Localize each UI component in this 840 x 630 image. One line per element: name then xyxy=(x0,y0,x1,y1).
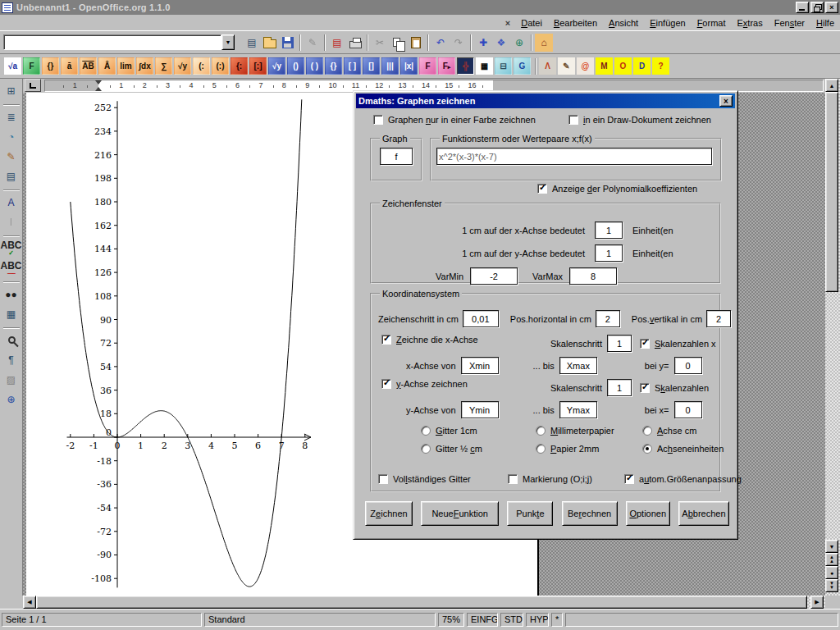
brace-colon-red-icon[interactable]: {: xyxy=(231,57,248,75)
status-empty[interactable] xyxy=(565,613,838,627)
dialog-close-icon[interactable]: × xyxy=(719,95,733,107)
one-color-checkbox[interactable] xyxy=(373,115,383,125)
dmaths-o-icon[interactable]: O xyxy=(614,57,632,75)
compass-icon[interactable]: Λ xyxy=(539,57,556,75)
scroll-down-icon[interactable]: ▼ xyxy=(825,540,838,553)
indent-marker-bottom[interactable] xyxy=(95,87,102,91)
menu-hilfe[interactable]: Hilfe xyxy=(810,16,840,30)
x-to-field[interactable] xyxy=(559,357,597,374)
paste-icon[interactable] xyxy=(407,34,425,52)
punkte-button[interactable]: Punkte xyxy=(507,501,553,526)
pos-vertikal-field[interactable] xyxy=(706,310,731,327)
x-scale-field[interactable] xyxy=(595,221,623,239)
status-style[interactable]: Standard xyxy=(204,613,436,627)
status-selection-mode[interactable]: STD xyxy=(500,613,523,627)
insert-object-icon[interactable]: ◔ xyxy=(2,128,21,146)
spiral-icon[interactable]: @ xyxy=(577,57,594,75)
neue-funktion-button[interactable]: Neue Funktion xyxy=(421,501,499,526)
document-close-icon[interactable]: × xyxy=(505,18,510,28)
menu-fenster[interactable]: Fenster xyxy=(769,16,810,30)
graphics-onoff-icon[interactable]: ▨ xyxy=(2,371,21,389)
insert-table-icon[interactable]: ⊞ xyxy=(2,82,21,100)
indent-marker-top[interactable] xyxy=(95,80,102,84)
angle-icon[interactable]: Â xyxy=(98,57,116,75)
draw-doc-checkbox[interactable] xyxy=(568,115,578,125)
x-from-field[interactable] xyxy=(461,357,499,374)
nth-root-icon[interactable]: √y xyxy=(174,57,191,75)
coordinate-grid-icon[interactable]: ╬ xyxy=(457,57,474,75)
skalenschritt-x-field[interactable] xyxy=(607,335,632,352)
poly-coeff-checkbox[interactable] xyxy=(537,184,547,194)
redo-icon[interactable]: ↷ xyxy=(450,34,468,52)
function-icon[interactable]: F xyxy=(23,57,40,75)
gallery-icon[interactable]: ⌂ xyxy=(535,34,553,52)
x-axis-checkbox[interactable] xyxy=(381,335,391,345)
varmax-field[interactable] xyxy=(569,267,617,285)
zeichnen-button[interactable]: Zeichnen xyxy=(365,501,413,526)
varmin-field[interactable] xyxy=(470,267,518,285)
graph-name-field[interactable] xyxy=(380,148,413,165)
segment-cyan-icon[interactable]: ⊟ xyxy=(495,57,512,75)
data-sources-icon[interactable]: ▦ xyxy=(2,305,21,323)
function-pink-icon[interactable]: F xyxy=(419,57,436,75)
optionen-button[interactable]: Optionen xyxy=(626,501,670,526)
integral-icon[interactable]: ∫dx xyxy=(136,57,153,75)
y-scale-field[interactable] xyxy=(595,244,623,262)
navigator-icon[interactable]: ✚ xyxy=(474,34,492,52)
paren2-blue-icon[interactable]: ( ) xyxy=(306,57,323,75)
chevron-down-icon[interactable]: ▼ xyxy=(221,34,235,50)
nonprinting-chars-icon[interactable]: ¶ xyxy=(2,351,21,369)
abs-blue-icon[interactable]: |x| xyxy=(400,57,418,75)
vertical-scroll-thumb[interactable] xyxy=(825,92,838,292)
limit-icon[interactable]: lim xyxy=(117,57,135,75)
y-axis-checkbox[interactable] xyxy=(381,379,391,389)
status-hyperlink-mode[interactable]: HYP xyxy=(526,613,549,627)
edit-file-icon[interactable]: ✎ xyxy=(304,34,322,52)
skalenzahlen-x-checkbox[interactable] xyxy=(640,339,650,349)
hyperlink-icon[interactable]: ⊕ xyxy=(510,34,528,52)
vertical-scrollbar[interactable]: ▲ ▼ ▲▲ ● ▼▼ xyxy=(825,79,840,596)
geometry-g-icon[interactable]: G xyxy=(514,57,531,75)
close-button[interactable]: × xyxy=(825,2,838,13)
brace-blue-icon[interactable]: {} xyxy=(325,57,342,75)
zeichenschritt-field[interactable] xyxy=(463,310,499,327)
y-at-field[interactable] xyxy=(674,401,702,418)
paren-colon-icon[interactable]: (: xyxy=(193,57,210,75)
menu-einfuegen[interactable]: Einfügen xyxy=(644,16,691,30)
y-from-field[interactable] xyxy=(461,401,499,418)
skalenschritt-y-field[interactable] xyxy=(607,379,632,396)
pencil-icon[interactable]: ✎ xyxy=(558,57,575,75)
direct-cursor-icon[interactable]: I xyxy=(2,213,21,231)
dialog-title-bar[interactable]: Dmaths: Graphen zeichnen × xyxy=(356,94,735,108)
online-layout-icon[interactable]: ⊕ xyxy=(2,390,21,409)
open-icon[interactable] xyxy=(261,34,279,52)
scroll-up-icon[interactable]: ▲ xyxy=(825,79,838,92)
segment-ab-icon[interactable]: AB xyxy=(80,57,97,75)
abbrechen-button[interactable]: Abbrechen xyxy=(678,501,729,526)
status-page[interactable]: Seite 1 / 1 xyxy=(2,613,202,627)
stylist-icon[interactable]: ❖ xyxy=(492,34,510,52)
autotext-icon[interactable]: A xyxy=(2,194,21,212)
bracket-blue-icon[interactable]: [ ] xyxy=(344,57,361,75)
paren-blue-icon[interactable]: () xyxy=(287,57,304,75)
dmaths-m-icon[interactable]: M xyxy=(596,57,613,75)
status-zoom[interactable]: 75% xyxy=(438,613,464,627)
nth-root-blue-icon[interactable]: √y xyxy=(268,57,285,75)
minimize-button[interactable] xyxy=(796,2,809,13)
bracket-colon-red-icon[interactable]: [:] xyxy=(249,57,267,75)
tab-stop-selector[interactable] xyxy=(25,79,41,92)
title-bar[interactable]: Unbenannt1 - OpenOffice.org 1.1.0 × xyxy=(0,0,840,15)
save-icon[interactable] xyxy=(279,34,297,52)
x-at-field[interactable] xyxy=(674,357,702,374)
insert-fields-icon[interactable]: ≣ xyxy=(2,108,21,126)
print-icon[interactable] xyxy=(346,34,364,52)
berechnen-button[interactable]: Berechnen xyxy=(562,501,618,526)
url-combobox[interactable]: ▼ xyxy=(3,34,235,50)
new-document-icon[interactable]: ▤ xyxy=(243,34,261,52)
function-term-input[interactable] xyxy=(436,148,712,165)
draw-functions-icon[interactable]: ✎ xyxy=(2,148,21,166)
status-modified[interactable]: * xyxy=(551,613,563,627)
next-page-icon[interactable]: ▼▼ xyxy=(825,579,838,592)
colon-paren-icon[interactable]: (:) xyxy=(212,57,229,75)
scroll-right-icon[interactable]: ▶ xyxy=(810,596,824,609)
